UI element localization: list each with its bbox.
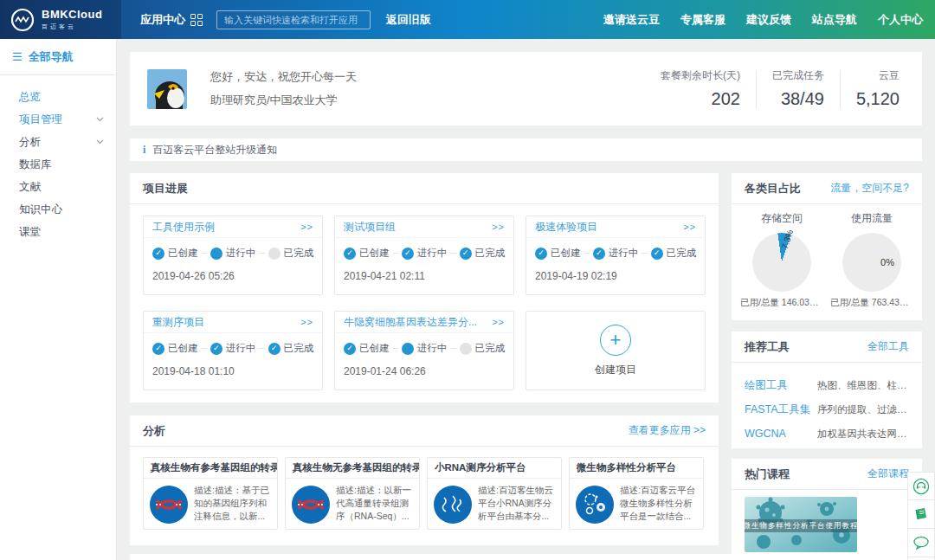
analysis-panel: 分析 查看更多应用 >> 真核生物有参考基因组的转录... 描述:描述：基于已知… [130,415,719,545]
all-nav-label: 全部导航 [29,49,74,65]
top-header: BMKCloud 百迈客云 应用中心 返回旧版 邀请送云豆 专属客服 建议反馈 … [0,0,935,39]
more-apps-link[interactable]: 查看更多应用 >> [629,423,706,438]
step-created-icon [344,343,356,355]
tool-row: 绘图工具 热图、维恩图、柱图... [745,373,909,397]
menu-icon: ☰ [12,50,23,63]
message-bubble-icon[interactable] [907,529,935,557]
sidebar-item-project-management[interactable]: 项目管理 [0,108,116,131]
user-role-text: 助理研究员/中国农业大学 [210,93,357,108]
category-usage-panel: 各类目占比 流量，空间不足? 存储空间 7.3% 已用/总量 146.03GB … [732,173,922,320]
panel-title: 推荐工具 [745,339,790,355]
course-thumbnail[interactable]: 微生物多样性分析平台使用教程 [745,497,857,552]
bmkcloud-logo-icon [10,8,35,32]
project-card: 测试项目组 >> 已创建 进行中 已完成 2019-04-21 02:11 [334,216,514,295]
step-created-icon [535,248,547,260]
project-more-link[interactable]: >> [492,317,505,327]
brand-logo[interactable]: BMKCloud 百迈客云 [0,0,121,39]
bmkcloud-dashboard: BMKCloud 百迈客云 应用中心 返回旧版 邀请送云豆 专属客服 建议反馈 … [0,0,935,560]
project-name-link[interactable]: 牛隐窝细胞基因表达差异分... [344,315,477,330]
tool-link-fasta[interactable]: FASTA工具集 [745,402,817,417]
small-rna-icon [434,486,472,524]
project-card: 牛隐窝细胞基因表达差异分... >> 已创建 进行中 已完成 2019-01-2… [334,311,514,390]
project-steps: 已创建 进行中 已完成 [144,238,322,260]
project-more-link[interactable]: >> [683,222,696,232]
header-search-input[interactable] [216,10,371,29]
brand-subname: 百迈客云 [42,23,102,31]
traffic-pie-chart: 0% [842,233,901,292]
account-stats: 套餐剩余时长(天) 202 已完成任务 38/49 云豆 5,120 [645,67,922,112]
project-more-link[interactable]: >> [300,317,313,327]
project-name-link[interactable]: 极速体验项目 [535,220,597,235]
sidebar-item-literature[interactable]: 文献 [0,176,116,198]
step-completed-icon [651,248,663,260]
create-project-label: 创建项目 [595,363,636,377]
panel-title: 分析 [143,423,165,439]
notice-link[interactable]: 百迈客云平台整站升级通知 [152,143,277,158]
user-avatar[interactable] [147,69,187,109]
stat-completed-tasks: 已完成任务 38/49 [757,68,840,109]
quota-upgrade-link[interactable]: 流量，空间不足? [830,181,909,196]
notice-bar: i 百迈客云平台整站升级通知 [130,138,922,161]
brand-name: BMKCloud [42,9,102,20]
project-name-link[interactable]: 重测序项目 [152,315,204,330]
nav-sitemap[interactable]: 站点导航 [812,12,857,28]
panel-title: 热门课程 [745,467,790,482]
sidebar-item-overview[interactable]: 总览 [0,86,116,108]
project-date: 2019-04-18 01:10 [144,355,322,377]
project-progress-panel: 项目进展 工具使用示例 >> 已创建 进行中 已完成 2019-04-26 05… [130,173,719,402]
step-inprogress-icon [210,248,222,260]
project-steps: 已创建 进行中 已完成 [335,238,513,260]
tool-link-drawing[interactable]: 绘图工具 [745,378,817,393]
sidebar-item-classroom[interactable]: 课堂 [0,221,116,243]
app-center-button[interactable]: 应用中心 [140,12,203,28]
nav-invite-beans[interactable]: 邀请送云豆 [603,12,660,28]
back-to-old-version-link[interactable]: 返回旧版 [386,12,431,28]
all-tools-link[interactable]: 全部工具 [867,339,909,354]
project-more-link[interactable]: >> [492,222,505,232]
panel-title: 各类目占比 [745,181,801,196]
project-date: 2019-04-21 02:11 [335,260,513,282]
project-card: 工具使用示例 >> 已创建 进行中 已完成 2019-04-26 05:26 [143,216,323,295]
project-name-link[interactable]: 测试项目组 [344,220,396,235]
project-steps: 已创建 进行中 已完成 [144,333,322,355]
project-steps: 已创建 进行中 已完成 [526,238,705,260]
sidebar-item-database[interactable]: 数据库 [0,153,116,176]
analysis-card[interactable]: 真核生物有参考基因组的转录... 描述:描述：基于已知的基因组序列和注释信息，以… [143,457,278,530]
sidebar-item-analysis[interactable]: 分析 [0,131,116,153]
step-inprogress-icon [593,248,605,260]
chevron-down-icon [96,117,104,122]
project-name-link[interactable]: 工具使用示例 [152,220,215,235]
handbook-icon[interactable] [907,500,935,529]
sidebar-item-knowledge-center[interactable]: 知识中心 [0,198,116,221]
project-more-link[interactable]: >> [300,222,313,232]
all-navigation-button[interactable]: ☰ 全部导航 [0,39,116,75]
project-progress-header: 项目进展 [130,173,719,204]
greeting-text: 您好，安达，祝您开心每一天 [210,69,357,85]
nav-feedback[interactable]: 建议反馈 [746,12,791,28]
analysis-card[interactable]: 小RNA测序分析平台 描述:百迈客生物云平台小RNA测序分析平台由基本分... [427,457,562,530]
step-completed-icon [268,248,280,260]
analysis-card[interactable]: 微生物多样性分析平台 描述:百迈客云平台微生物多样性分析平台是一款结合... [569,457,704,530]
customer-service-icon[interactable] [907,472,935,500]
storage-pie-chart: 7.3% [752,233,811,292]
floating-toolbar [907,472,935,560]
usage-charts: 存储空间 7.3% 已用/总量 146.03GB ... 使用流量 0% 已用/… [732,204,922,309]
step-inprogress-icon [402,343,414,355]
brand-text: BMKCloud 百迈客云 [42,9,102,31]
all-courses-link[interactable]: 全部课程 [867,467,909,481]
analysis-card[interactable]: 真核生物无参考基因组的转录... 描述:描述：以新一代高通量转录组测序（RNA-… [285,457,420,530]
nav-personal-center[interactable]: 个人中心 [878,12,923,28]
tool-link-wgcna[interactable]: WGCNA [745,428,817,440]
tool-list: 绘图工具 热图、维恩图、柱图... FASTA工具集 序列的提取、过滤、... … [732,363,922,446]
microbial-diversity-icon [576,486,614,524]
project-card: 重测序项目 >> 已创建 进行中 已完成 2019-04-18 01:10 [143,311,323,390]
tool-row: FASTA工具集 序列的提取、过滤、... [745,397,909,422]
transcriptome-noref-icon [292,486,330,524]
tool-row: WGCNA 加权基因共表达网络... [745,422,909,446]
step-created-icon [344,248,356,260]
header-nav: 邀请送云豆 专属客服 建议反馈 站点导航 个人中心 [603,12,935,28]
hot-courses-panel: 热门课程 全部课程 微 [732,459,922,560]
create-project-button[interactable]: + 创建项目 [526,311,706,390]
nav-customer-service[interactable]: 专属客服 [680,12,725,28]
step-inprogress-icon [402,248,414,260]
